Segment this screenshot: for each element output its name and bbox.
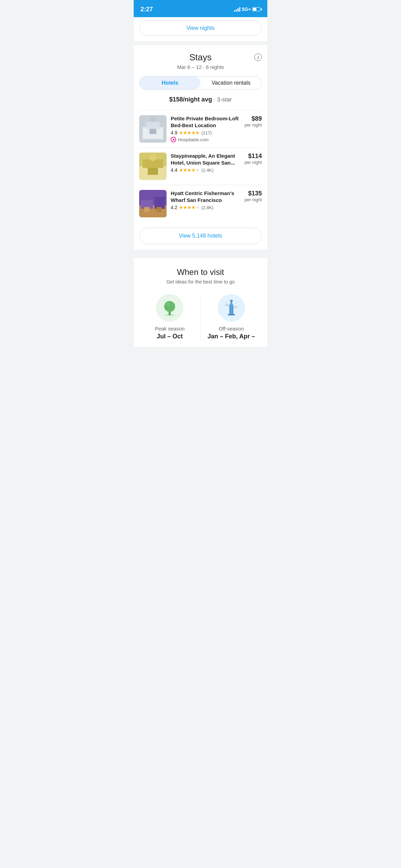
hotel-thumb-2 bbox=[139, 153, 167, 180]
offseason-icon: ✦ ✦ bbox=[218, 294, 245, 322]
section-divider-2 bbox=[134, 250, 267, 254]
svg-rect-3 bbox=[149, 129, 156, 134]
stays-header: Stays i bbox=[139, 52, 262, 63]
when-to-visit-subtitle: Get ideas for the best time to go bbox=[139, 279, 262, 285]
rating-num-2: 4.4 bbox=[171, 167, 177, 173]
source-label-1: Hospitable.com bbox=[178, 137, 209, 142]
svg-point-18 bbox=[166, 303, 170, 306]
svg-rect-13 bbox=[155, 197, 165, 209]
view-hotels-button[interactable]: View 5,148 hotels bbox=[139, 228, 262, 244]
signal-icon bbox=[234, 7, 240, 12]
when-to-visit-section: When to visit Get ideas for the best tim… bbox=[134, 258, 267, 347]
hotel-name-3: Hyatt Centric Fisherman's Wharf San Fran… bbox=[171, 190, 240, 203]
star-category: · 3-star bbox=[214, 96, 232, 103]
status-icons: 5G+ bbox=[234, 7, 260, 12]
season-grid: Peak season Jul – Oct bbox=[139, 294, 262, 340]
network-label: 5G+ bbox=[242, 7, 251, 12]
stays-section: Stays i Mar 6 – 12 · 6 nights Hotels Vac… bbox=[134, 45, 267, 250]
svg-point-4 bbox=[150, 117, 156, 122]
offseason-months: Jan – Feb, Apr – bbox=[208, 333, 255, 340]
hotel-rating-row-2: 4.4 ★★★★★ (1.4K) bbox=[171, 167, 240, 173]
hotel-price-1: $89 per night bbox=[244, 115, 262, 128]
stars-1: ★★★★★ bbox=[179, 130, 199, 135]
when-to-visit-title: When to visit bbox=[139, 267, 262, 277]
price-avg: $158/night avg · 3-star bbox=[139, 96, 262, 103]
hotel-name-2: Staypineapple, An Elegant Hotel, Union S… bbox=[171, 153, 240, 166]
hotel-name-1: Petite Private Bedroom-Loft Bed-Best Loc… bbox=[171, 115, 240, 129]
review-count-3: (2.8K) bbox=[201, 205, 213, 210]
svg-rect-14 bbox=[144, 207, 149, 212]
hotel-thumb-3 bbox=[139, 190, 167, 217]
peak-season-label: Peak season bbox=[155, 326, 185, 331]
hotel-price-3: $135 per night bbox=[244, 190, 262, 202]
review-count-1: (117) bbox=[201, 130, 211, 135]
hotel-item-3[interactable]: Hyatt Centric Fisherman's Wharf San Fran… bbox=[139, 185, 262, 222]
info-icon[interactable]: i bbox=[254, 53, 262, 61]
offseason-label: Off-season bbox=[219, 326, 244, 331]
hospitable-dot bbox=[171, 137, 176, 142]
svg-point-26 bbox=[233, 306, 238, 309]
svg-point-17 bbox=[164, 301, 175, 312]
stays-title: Stays bbox=[189, 52, 211, 63]
offseason-item[interactable]: ✦ ✦ Off-season Jan – Feb, Apr – bbox=[200, 294, 262, 340]
svg-point-9 bbox=[149, 154, 156, 161]
stars-3: ★★★★★ bbox=[179, 205, 199, 210]
svg-point-25 bbox=[225, 304, 230, 306]
stars-2: ★★★★★ bbox=[179, 167, 199, 173]
tab-vacation-rentals[interactable]: Vacation rentals bbox=[200, 76, 262, 89]
rating-num-1: 4.9 bbox=[171, 130, 177, 135]
peak-season-icon bbox=[156, 294, 183, 322]
svg-rect-2 bbox=[146, 122, 160, 129]
hotel-info-1: Petite Private Bedroom-Loft Bed-Best Loc… bbox=[171, 115, 240, 142]
hotel-item-1[interactable]: Petite Private Bedroom-Loft Bed-Best Loc… bbox=[139, 110, 262, 147]
hotel-info-3: Hyatt Centric Fisherman's Wharf San Fran… bbox=[171, 190, 240, 212]
price-amount-2: $114 bbox=[244, 153, 262, 160]
svg-rect-23 bbox=[228, 314, 235, 315]
svg-point-24 bbox=[230, 300, 233, 302]
battery-icon bbox=[252, 7, 260, 11]
svg-text:✦: ✦ bbox=[235, 302, 237, 304]
peak-season-months: Jul – Oct bbox=[157, 333, 183, 340]
view-nights-button[interactable]: View nights bbox=[139, 21, 262, 36]
price-amount-1: $89 bbox=[244, 115, 262, 122]
hotel-info-2: Staypineapple, An Elegant Hotel, Union S… bbox=[171, 153, 240, 174]
hotel-rating-row-3: 4.2 ★★★★★ (2.8K) bbox=[171, 205, 240, 210]
svg-text:✦: ✦ bbox=[225, 301, 227, 303]
price-unit-1: per night bbox=[244, 122, 262, 128]
svg-rect-8 bbox=[148, 168, 158, 175]
price-amount-3: $135 bbox=[244, 190, 262, 197]
status-bar: 2:27 5G+ bbox=[134, 0, 267, 17]
stays-tab-toggle: Hotels Vacation rentals bbox=[139, 76, 262, 90]
section-divider bbox=[134, 41, 267, 45]
hotel-price-2: $114 per night bbox=[244, 153, 262, 165]
rating-num-3: 4.2 bbox=[171, 205, 177, 210]
hotel-item-2[interactable]: Staypineapple, An Elegant Hotel, Union S… bbox=[139, 147, 262, 185]
price-unit-3: per night bbox=[244, 197, 262, 202]
price-unit-2: per night bbox=[244, 160, 262, 165]
hotel-thumb-1 bbox=[139, 115, 167, 143]
price-avg-value: $158/night avg bbox=[169, 96, 212, 103]
status-time: 2:27 bbox=[141, 6, 153, 13]
view-nights-section: View nights bbox=[134, 17, 267, 41]
review-count-2: (1.4K) bbox=[201, 168, 213, 173]
svg-rect-15 bbox=[156, 207, 161, 212]
hotel-rating-row-1: 4.9 ★★★★★ (117) bbox=[171, 130, 240, 135]
tab-hotels[interactable]: Hotels bbox=[139, 76, 200, 89]
peak-season-item[interactable]: Peak season Jul – Oct bbox=[139, 294, 200, 340]
stays-date-range: Mar 6 – 12 · 6 nights bbox=[139, 64, 262, 70]
hotel-source-1: Hospitable.com bbox=[171, 137, 240, 142]
